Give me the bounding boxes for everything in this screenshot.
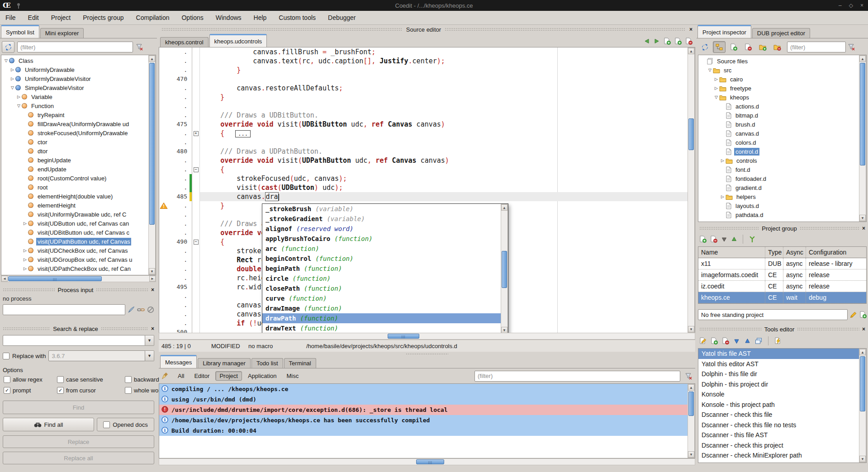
restore-button[interactable]: ◇ — [849, 2, 853, 9]
completion-item[interactable]: drawPath(function) — [262, 313, 501, 323]
expander-icon[interactable]: ▷ — [22, 257, 28, 262]
expander-icon[interactable]: ▽ — [713, 95, 719, 99]
remove-source-icon[interactable] — [742, 41, 754, 53]
message-row[interactable]: iusing /usr/bin/dmd (dmd) — [159, 394, 695, 405]
completion-item[interactable]: applyBrushToCairo(function) — [262, 234, 501, 244]
free-standing-project-field[interactable] — [698, 309, 848, 320]
symbol-item[interactable]: ctor — [2, 137, 156, 146]
cancel-process-icon[interactable] — [147, 306, 154, 313]
expander-icon[interactable]: ▷ — [16, 94, 22, 99]
clear-filter-icon[interactable] — [136, 43, 143, 51]
code-line[interactable]: . — [159, 138, 695, 147]
messages-filter-input[interactable] — [474, 371, 680, 382]
menu-help[interactable]: Help — [254, 14, 267, 21]
file-item[interactable]: ▷controls — [700, 156, 866, 165]
editor-vscrollbar[interactable]: ▲ ▼ — [688, 47, 695, 333]
completion-item[interactable]: circle(function) — [262, 274, 501, 283]
completion-item[interactable]: drawText(function) — [262, 323, 501, 333]
file-item[interactable]: ▷helpers — [700, 192, 866, 201]
run-tool-icon[interactable] — [774, 337, 782, 345]
symbol-item[interactable]: beginUpdate — [2, 156, 156, 165]
code-line[interactable]: . override void visit(UDPathButton udc, … — [159, 156, 695, 165]
tool-item[interactable]: Konsole - this project path — [698, 400, 866, 410]
tab-library-manager[interactable]: Library manager — [198, 358, 251, 368]
file-item[interactable]: fontloader.d — [700, 174, 866, 183]
menu-options[interactable]: Options — [181, 14, 203, 21]
menu-custom-tools[interactable]: Custom tools — [279, 14, 316, 21]
opened-docs-toggle[interactable]: Opened docs — [97, 418, 154, 431]
clear-messages-icon[interactable] — [161, 372, 169, 380]
refresh-symbols-button[interactable] — [2, 41, 14, 53]
menu-debugger[interactable]: Debugger — [328, 14, 356, 21]
filter-misc[interactable]: Misc — [283, 371, 303, 381]
code-line[interactable]: .− { — [159, 165, 695, 174]
tree-view-toggle[interactable] — [713, 41, 726, 53]
file-item[interactable]: ▽kheops — [700, 93, 866, 102]
project-row[interactable]: kheops.ceCEwaitdebug — [698, 292, 866, 303]
tool-item[interactable]: Dscanner - check MiniExplorer path — [698, 450, 866, 461]
expander-icon[interactable]: ▷ — [720, 194, 726, 199]
edit-tool-icon[interactable] — [699, 337, 707, 345]
completion-item[interactable]: arc(function) — [262, 244, 501, 254]
tool-item[interactable]: Dscanner - this file AST — [698, 430, 866, 440]
option-whole-word[interactable]: whole word — [125, 387, 164, 394]
close-tools-editor-icon[interactable]: × — [862, 326, 865, 332]
tab-mini-explorer[interactable]: Mini explorer — [40, 28, 84, 38]
expander-icon[interactable]: ▷ — [22, 221, 28, 226]
tab-terminal[interactable]: Terminal — [284, 358, 316, 368]
code-line[interactable]: 475 override void visit(UDBitButton udc,… — [159, 120, 695, 129]
tool-item[interactable]: Dscanner - check this file no tests — [698, 420, 866, 430]
file-item[interactable]: control.d — [700, 147, 866, 156]
add-free-standing-icon[interactable] — [859, 311, 867, 318]
tool-item[interactable]: Dolphin - this project dir — [698, 379, 866, 390]
tool-item[interactable]: Yatol this file AST — [698, 349, 866, 359]
symbol-item[interactable]: ▷UniformlyDrawableVisitor — [2, 74, 156, 83]
tab-messages[interactable]: Messages — [160, 355, 197, 368]
nav-forward-icon[interactable] — [654, 38, 660, 44]
menu-file[interactable]: File — [5, 14, 16, 21]
option-case-sensitive[interactable]: case sensitive — [57, 376, 103, 383]
message-row[interactable]: iBuild duration: 00:00:04 — [159, 425, 695, 436]
option-from-cursor[interactable]: ✓from cursor — [57, 387, 96, 394]
files-vscrollbar[interactable]: ▲ ▼ — [859, 55, 866, 222]
add-project-icon[interactable] — [699, 236, 707, 243]
messages-vscrollbar[interactable]: ▲ ▼ — [688, 384, 695, 458]
expander-icon[interactable]: ▽ — [16, 104, 22, 108]
replace-button[interactable]: Replace — [3, 435, 154, 448]
file-item[interactable]: gradient.d — [700, 183, 866, 192]
file-item[interactable]: Source files — [700, 57, 866, 66]
tools-vscrollbar[interactable]: ▲ ▼ — [859, 349, 866, 463]
symbol-item[interactable]: ▽Class — [2, 56, 156, 65]
close-document-icon[interactable] — [685, 38, 693, 45]
process-input-field[interactable] — [3, 304, 125, 315]
menu-edit[interactable]: Edit — [28, 14, 39, 21]
tab-dub-project-editor[interactable]: DUB project editor — [752, 28, 810, 38]
code-line[interactable]: . canvas.text(rc, udc.caption[], Justify… — [159, 57, 695, 66]
code-editor[interactable]: . canvas.fillBrush = _brushFont;. canvas… — [159, 47, 695, 333]
move-tool-up-icon[interactable] — [744, 338, 751, 345]
close-source-editor-icon[interactable]: × — [689, 27, 693, 32]
find-all-button[interactable]: Find all — [3, 418, 94, 431]
clone-tool-icon[interactable] — [755, 338, 762, 345]
code-line[interactable]: . visit(cast(UDButton) udc); — [159, 183, 695, 192]
symbol-item[interactable]: elementHeight(double value) — [2, 192, 156, 201]
file-item[interactable]: ▷freetype — [700, 84, 866, 93]
code-line[interactable]: 485 canvas.dra — [159, 192, 695, 201]
editor-hscrollbar[interactable]: ||| — [159, 333, 695, 340]
filter-all[interactable]: All — [174, 371, 188, 381]
filter-application[interactable]: Application — [244, 371, 281, 381]
symbol-item[interactable]: fillDrawArea(UniformlyDrawable ud — [2, 119, 156, 128]
completion-item[interactable]: drawImage(function) — [262, 303, 501, 313]
tab-project-inspector[interactable]: Project inspector — [697, 25, 751, 38]
symbol-item[interactable]: ▷visit(UDGroupBox udc, ref Canvas u — [2, 255, 156, 264]
filter-editor[interactable]: Editor — [190, 371, 213, 381]
symbol-item[interactable]: ▷UniformlyDrawable — [2, 65, 156, 74]
symbol-item[interactable]: ▽Function — [2, 101, 156, 110]
code-line[interactable]: . } — [159, 66, 695, 75]
file-item[interactable]: ▷cairo — [700, 75, 866, 84]
symbol-item[interactable]: ▷visit(UDPathCheckBox udc, ref Can — [2, 264, 156, 273]
symbol-tree-vscrollbar[interactable]: ▲ ▼ — [148, 55, 156, 275]
project-row[interactable]: x11DUBasyncrelease - library — [698, 258, 866, 269]
symbol-item[interactable]: ▷visit(UDButton udc, ref Canvas can — [2, 219, 156, 228]
code-line[interactable]: . /// Draws a UDBitButton. — [159, 111, 695, 120]
